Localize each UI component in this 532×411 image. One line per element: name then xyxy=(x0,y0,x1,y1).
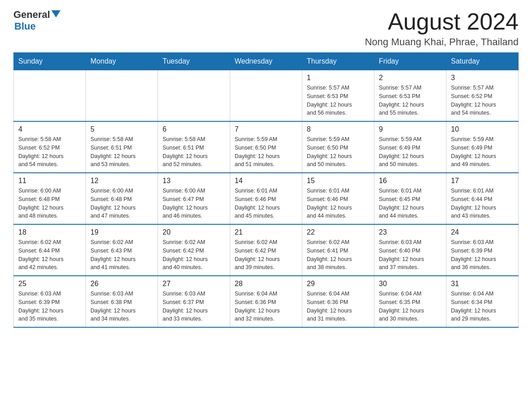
weekday-header-thursday: Thursday xyxy=(302,53,374,70)
day-info: Sunrise: 6:00 AMSunset: 6:48 PMDaylight:… xyxy=(18,187,81,220)
calendar-cell: 19Sunrise: 6:02 AMSunset: 6:43 PMDayligh… xyxy=(86,224,158,276)
day-number: 29 xyxy=(307,280,369,288)
day-info: Sunrise: 6:00 AMSunset: 6:48 PMDaylight:… xyxy=(90,187,153,220)
calendar-cell: 28Sunrise: 6:04 AMSunset: 6:36 PMDayligh… xyxy=(230,276,302,327)
calendar-week-row: 1Sunrise: 5:57 AMSunset: 6:53 PMDaylight… xyxy=(14,70,519,122)
day-info: Sunrise: 6:01 AMSunset: 6:46 PMDaylight:… xyxy=(307,187,369,220)
day-number: 18 xyxy=(18,228,81,236)
day-number: 12 xyxy=(90,177,153,185)
day-info: Sunrise: 5:59 AMSunset: 6:49 PMDaylight:… xyxy=(379,135,442,169)
day-info: Sunrise: 6:01 AMSunset: 6:44 PMDaylight:… xyxy=(451,187,514,220)
calendar-week-row: 18Sunrise: 6:02 AMSunset: 6:44 PMDayligh… xyxy=(14,224,519,276)
logo-general-text: General xyxy=(13,9,50,21)
day-number: 25 xyxy=(18,280,81,288)
calendar-cell xyxy=(14,70,86,122)
calendar-cell: 24Sunrise: 6:03 AMSunset: 6:39 PMDayligh… xyxy=(446,224,519,276)
day-info: Sunrise: 6:02 AMSunset: 6:44 PMDaylight:… xyxy=(18,238,81,272)
calendar-cell: 25Sunrise: 6:03 AMSunset: 6:39 PMDayligh… xyxy=(14,276,86,327)
day-number: 10 xyxy=(451,125,514,133)
logo-blue-text: Blue xyxy=(14,21,36,32)
calendar-cell: 8Sunrise: 5:59 AMSunset: 6:50 PMDaylight… xyxy=(302,121,374,173)
calendar-cell: 16Sunrise: 6:01 AMSunset: 6:45 PMDayligh… xyxy=(374,173,446,224)
day-info: Sunrise: 6:01 AMSunset: 6:46 PMDaylight:… xyxy=(235,187,297,220)
day-info: Sunrise: 6:04 AMSunset: 6:36 PMDaylight:… xyxy=(235,290,297,323)
logo-triangle-icon xyxy=(51,10,60,17)
day-number: 4 xyxy=(18,125,81,133)
day-number: 13 xyxy=(163,177,225,185)
calendar-cell: 29Sunrise: 6:04 AMSunset: 6:36 PMDayligh… xyxy=(302,276,374,327)
day-info: Sunrise: 5:57 AMSunset: 6:52 PMDaylight:… xyxy=(451,84,514,117)
weekday-header-wednesday: Wednesday xyxy=(230,53,302,70)
calendar-cell: 11Sunrise: 6:00 AMSunset: 6:48 PMDayligh… xyxy=(14,173,86,224)
title-area: August 2024 Nong Muang Khai, Phrae, Thai… xyxy=(365,9,519,48)
calendar-cell: 10Sunrise: 5:59 AMSunset: 6:49 PMDayligh… xyxy=(446,121,519,173)
calendar-cell xyxy=(158,70,230,122)
weekday-header-tuesday: Tuesday xyxy=(158,53,230,70)
month-title: August 2024 xyxy=(365,9,519,34)
day-number: 2 xyxy=(379,74,442,82)
calendar-week-row: 11Sunrise: 6:00 AMSunset: 6:48 PMDayligh… xyxy=(14,173,519,224)
calendar-cell: 23Sunrise: 6:03 AMSunset: 6:40 PMDayligh… xyxy=(374,224,446,276)
calendar-cell xyxy=(230,70,302,122)
day-number: 9 xyxy=(379,125,442,133)
day-info: Sunrise: 5:58 AMSunset: 6:52 PMDaylight:… xyxy=(18,135,81,169)
day-number: 20 xyxy=(163,228,225,236)
day-number: 16 xyxy=(379,177,442,185)
day-info: Sunrise: 5:57 AMSunset: 6:53 PMDaylight:… xyxy=(379,84,442,117)
day-number: 27 xyxy=(163,280,225,288)
calendar-cell: 7Sunrise: 5:59 AMSunset: 6:50 PMDaylight… xyxy=(230,121,302,173)
weekday-header-row: SundayMondayTuesdayWednesdayThursdayFrid… xyxy=(14,53,519,70)
calendar-cell: 5Sunrise: 5:58 AMSunset: 6:51 PMDaylight… xyxy=(86,121,158,173)
day-info: Sunrise: 5:59 AMSunset: 6:50 PMDaylight:… xyxy=(307,135,369,169)
day-number: 1 xyxy=(307,74,369,82)
calendar-table: SundayMondayTuesdayWednesdayThursdayFrid… xyxy=(13,52,519,328)
day-info: Sunrise: 5:58 AMSunset: 6:51 PMDaylight:… xyxy=(90,135,153,169)
calendar-cell: 17Sunrise: 6:01 AMSunset: 6:44 PMDayligh… xyxy=(446,173,519,224)
day-number: 31 xyxy=(451,280,514,288)
day-info: Sunrise: 5:59 AMSunset: 6:49 PMDaylight:… xyxy=(451,135,514,169)
weekday-header-friday: Friday xyxy=(374,53,446,70)
day-number: 21 xyxy=(235,228,297,236)
calendar-cell: 15Sunrise: 6:01 AMSunset: 6:46 PMDayligh… xyxy=(302,173,374,224)
day-info: Sunrise: 6:02 AMSunset: 6:42 PMDaylight:… xyxy=(235,238,297,272)
day-info: Sunrise: 6:04 AMSunset: 6:36 PMDaylight:… xyxy=(307,290,369,323)
calendar-cell: 6Sunrise: 5:58 AMSunset: 6:51 PMDaylight… xyxy=(158,121,230,173)
day-number: 19 xyxy=(90,228,153,236)
calendar-week-row: 25Sunrise: 6:03 AMSunset: 6:39 PMDayligh… xyxy=(14,276,519,327)
day-number: 14 xyxy=(235,177,297,185)
calendar-cell: 3Sunrise: 5:57 AMSunset: 6:52 PMDaylight… xyxy=(446,70,519,122)
day-number: 11 xyxy=(18,177,81,185)
day-info: Sunrise: 6:02 AMSunset: 6:43 PMDaylight:… xyxy=(90,238,153,272)
calendar-week-row: 4Sunrise: 5:58 AMSunset: 6:52 PMDaylight… xyxy=(14,121,519,173)
calendar-cell: 9Sunrise: 5:59 AMSunset: 6:49 PMDaylight… xyxy=(374,121,446,173)
logo: General Blue xyxy=(13,9,60,32)
day-number: 5 xyxy=(90,125,153,133)
calendar-cell: 22Sunrise: 6:02 AMSunset: 6:41 PMDayligh… xyxy=(302,224,374,276)
calendar-cell xyxy=(86,70,158,122)
day-info: Sunrise: 6:03 AMSunset: 6:39 PMDaylight:… xyxy=(451,238,514,272)
day-number: 26 xyxy=(90,280,153,288)
day-number: 8 xyxy=(307,125,369,133)
calendar-cell: 1Sunrise: 5:57 AMSunset: 6:53 PMDaylight… xyxy=(302,70,374,122)
weekday-header-saturday: Saturday xyxy=(446,53,519,70)
day-info: Sunrise: 6:02 AMSunset: 6:41 PMDaylight:… xyxy=(307,238,369,272)
calendar-cell: 27Sunrise: 6:03 AMSunset: 6:37 PMDayligh… xyxy=(158,276,230,327)
day-info: Sunrise: 6:03 AMSunset: 6:40 PMDaylight:… xyxy=(379,238,442,272)
calendar-cell: 14Sunrise: 6:01 AMSunset: 6:46 PMDayligh… xyxy=(230,173,302,224)
day-info: Sunrise: 6:02 AMSunset: 6:42 PMDaylight:… xyxy=(163,238,225,272)
day-number: 7 xyxy=(235,125,297,133)
calendar-cell: 26Sunrise: 6:03 AMSunset: 6:38 PMDayligh… xyxy=(86,276,158,327)
day-info: Sunrise: 6:01 AMSunset: 6:45 PMDaylight:… xyxy=(379,187,442,220)
calendar-cell: 12Sunrise: 6:00 AMSunset: 6:48 PMDayligh… xyxy=(86,173,158,224)
day-info: Sunrise: 6:04 AMSunset: 6:35 PMDaylight:… xyxy=(379,290,442,323)
day-info: Sunrise: 5:59 AMSunset: 6:50 PMDaylight:… xyxy=(235,135,297,169)
day-info: Sunrise: 6:04 AMSunset: 6:34 PMDaylight:… xyxy=(451,290,514,323)
calendar-cell: 21Sunrise: 6:02 AMSunset: 6:42 PMDayligh… xyxy=(230,224,302,276)
calendar-cell: 20Sunrise: 6:02 AMSunset: 6:42 PMDayligh… xyxy=(158,224,230,276)
calendar-cell: 13Sunrise: 6:00 AMSunset: 6:47 PMDayligh… xyxy=(158,173,230,224)
location-title: Nong Muang Khai, Phrae, Thailand xyxy=(365,36,519,48)
day-number: 6 xyxy=(163,125,225,133)
weekday-header-monday: Monday xyxy=(86,53,158,70)
calendar-cell: 18Sunrise: 6:02 AMSunset: 6:44 PMDayligh… xyxy=(14,224,86,276)
calendar-cell: 30Sunrise: 6:04 AMSunset: 6:35 PMDayligh… xyxy=(374,276,446,327)
